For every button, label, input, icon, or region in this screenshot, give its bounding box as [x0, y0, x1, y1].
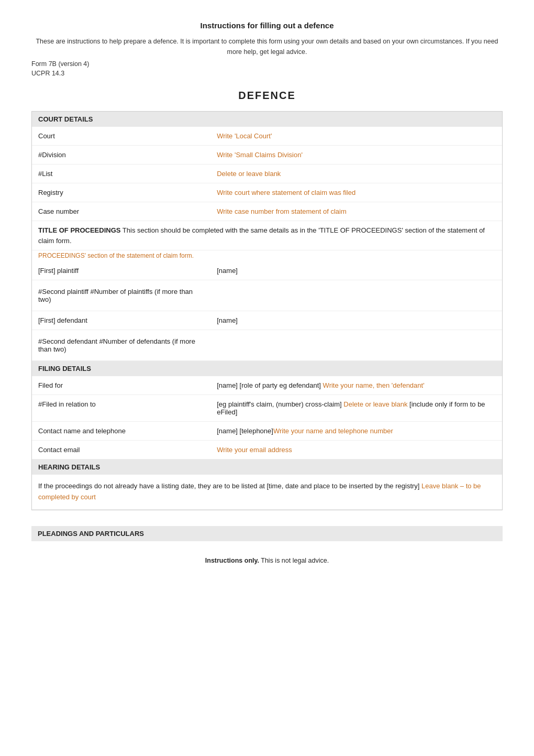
list-value: Delete or leave blank [210, 165, 502, 183]
filed-for-value: [name] [role of party eg defendant] Writ… [210, 376, 502, 395]
table-row: #Division Write 'Small Claims Division' [32, 146, 502, 165]
contact-email-value: Write your email address [210, 441, 502, 459]
list-label: #List [32, 165, 210, 183]
filing-details-header: FILING DETAILS [32, 361, 502, 376]
footer-note-text: This is not legal advice. [259, 557, 329, 564]
table-row: #Second plaintiff #Number of plaintiffs … [32, 280, 502, 311]
contact-email-instruction: Write your email address [217, 446, 292, 454]
table-row: Contact email Write your email address [32, 441, 502, 459]
pleadings-header: PLEADINGS AND PARTICULARS [31, 526, 503, 541]
table-row: [First] plaintiff [name] [32, 261, 502, 280]
court-details-table: Court Write 'Local Court' #Division Writ… [32, 127, 502, 221]
first-defendant-label: [First] defendant [32, 311, 210, 330]
hearing-details-header: HEARING DETAILS [32, 459, 502, 475]
filed-relation-instruction: Delete or leave blank [343, 400, 407, 408]
defence-title: DEFENCE [31, 90, 503, 102]
filed-relation-value: [eg plaintiff's claim, (number) cross-cl… [210, 395, 502, 422]
division-value: Write 'Small Claims Division' [210, 146, 502, 165]
division-label: #Division [32, 146, 210, 165]
contact-name-value: [name] [telephone]Write your name and te… [210, 422, 502, 441]
second-defendant-label: #Second defendant #Number of defendants … [32, 330, 210, 361]
table-row: Registry Write court where statement of … [32, 183, 502, 202]
intro-text: These are instructions to help prepare a… [31, 36, 503, 57]
court-value: Write 'Local Court' [210, 127, 502, 146]
filed-relation-label: #Filed in relation to [32, 395, 210, 422]
table-row: Court Write 'Local Court' [32, 127, 502, 146]
registry-label: Registry [32, 183, 210, 202]
contact-name-instruction: Write your name and telephone number [273, 427, 393, 435]
footer-note-bold: Instructions only. [205, 557, 259, 564]
contact-name-label: Contact name and telephone [32, 422, 210, 441]
ucpr-ref: UCPR 14.3 [31, 70, 503, 77]
second-plaintiff-label: #Second plaintiff #Number of plaintiffs … [32, 280, 210, 311]
case-number-value: Write case number from statement of clai… [210, 202, 502, 221]
first-plaintiff-label: [First] plaintiff [32, 261, 210, 280]
form-ref: Form 7B (version 4) [31, 60, 503, 68]
hearing-text: If the proceedings do not already have a… [32, 475, 502, 510]
filing-details-table: Filed for [name] [role of party eg defen… [32, 376, 502, 459]
second-defendant-value [210, 330, 502, 361]
filed-for-label: Filed for [32, 376, 210, 395]
first-defendant-value: [name] [210, 311, 502, 330]
table-row: [First] defendant [name] [32, 311, 502, 330]
proceedings-bold: TITLE OF PROCEEDINGS [38, 226, 120, 234]
footer-note: Instructions only. This is not legal adv… [31, 557, 503, 564]
court-details-header: COURT DETAILS [32, 112, 502, 127]
proceedings-notice: TITLE OF PROCEEDINGS This section should… [32, 221, 502, 250]
proceedings-table: [First] plaintiff [name] #Second plainti… [32, 261, 502, 361]
filed-relation-text: [eg plaintiff's claim, (number) cross-cl… [217, 400, 343, 408]
table-row: Case number Write case number from state… [32, 202, 502, 221]
table-row: Filed for [name] [role of party eg defen… [32, 376, 502, 395]
hearing-text-before: If the proceedings do not already have a… [38, 482, 421, 490]
filed-for-text: [name] [role of party eg defendant] [217, 381, 322, 389]
table-row: #Second defendant #Number of defendants … [32, 330, 502, 361]
proceedings-sub: PROCEEDINGS' section of the statement of… [38, 252, 194, 259]
filed-for-instruction: Write your name, then 'defendant' [323, 381, 425, 389]
table-row: Contact name and telephone [name] [telep… [32, 422, 502, 441]
first-plaintiff-value: [name] [210, 261, 502, 280]
contact-email-label: Contact email [32, 441, 210, 459]
table-row: #List Delete or leave blank [32, 165, 502, 183]
second-plaintiff-value [210, 280, 502, 311]
page-title: Instructions for filling out a defence [31, 21, 503, 30]
table-row: #Filed in relation to [eg plaintiff's cl… [32, 395, 502, 422]
court-label: Court [32, 127, 210, 146]
registry-value: Write court where statement of claim was… [210, 183, 502, 202]
contact-name-text: [name] [telephone] [217, 427, 273, 435]
case-number-label: Case number [32, 202, 210, 221]
